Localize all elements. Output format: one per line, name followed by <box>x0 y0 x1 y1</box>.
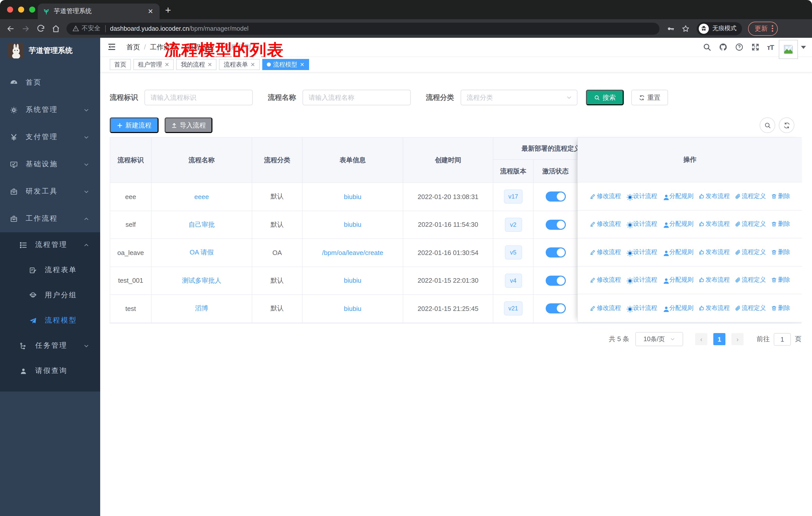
tag-close-icon[interactable]: ✕ <box>207 61 212 68</box>
tag-流程表单[interactable]: 流程表单✕ <box>219 59 260 70</box>
action-流程定义[interactable]: 流程定义 <box>735 192 766 200</box>
active-toggle[interactable] <box>546 248 566 258</box>
forward-icon[interactable] <box>21 24 30 33</box>
cell-name[interactable]: 滔博 <box>151 295 252 322</box>
zoom-window-button[interactable] <box>29 6 35 12</box>
action-流程定义[interactable]: 流程定义 <box>735 248 766 256</box>
action-流程定义[interactable]: 流程定义 <box>735 304 766 313</box>
action-修改流程[interactable]: 修改流程 <box>590 220 621 228</box>
tag-close-icon[interactable]: ✕ <box>165 61 169 68</box>
tag-我的流程[interactable]: 我的流程✕ <box>176 59 216 70</box>
tag-流程模型[interactable]: 流程模型✕ <box>262 59 309 70</box>
action-流程定义[interactable]: 流程定义 <box>735 220 766 228</box>
sidebar-item-用户分组[interactable]: 用户分组 <box>0 283 100 308</box>
active-toggle[interactable] <box>546 220 566 230</box>
action-发布流程[interactable]: 发布流程 <box>698 276 730 284</box>
sidebar-item-工作流程[interactable]: 工作流程 <box>0 205 100 232</box>
sidebar-item-流程表单[interactable]: 流程表单 <box>0 257 100 283</box>
github-icon[interactable] <box>719 43 727 51</box>
reset-button[interactable]: 重置 <box>631 90 668 105</box>
sidebar-item-基础设施[interactable]: 基础设施 <box>0 151 100 178</box>
active-toggle[interactable] <box>546 304 566 314</box>
sidebar-item-支付管理[interactable]: 支付管理 <box>0 124 100 151</box>
create-model-button[interactable]: 新建流程 <box>110 117 158 133</box>
cell-form[interactable]: biubiu <box>302 267 403 294</box>
page-number-button[interactable]: 1 <box>713 333 725 345</box>
sidebar-item-流程模型[interactable]: 流程模型 <box>0 308 100 333</box>
action-修改流程[interactable]: 修改流程 <box>590 248 621 256</box>
sidebar-item-请假查询[interactable]: 请假查询 <box>0 358 100 383</box>
action-设计流程[interactable]: 设计流程 <box>626 304 657 313</box>
update-button[interactable]: 更新 <box>748 21 778 35</box>
action-删除[interactable]: 删除 <box>771 192 790 200</box>
action-分配规则[interactable]: 分配规则 <box>662 192 693 200</box>
cell-form[interactable]: biubiu <box>302 295 403 322</box>
action-流程定义[interactable]: 流程定义 <box>735 276 766 284</box>
import-model-button[interactable]: 导入流程 <box>165 117 212 133</box>
goto-page-input[interactable]: 1 <box>774 333 791 346</box>
user-avatar[interactable] <box>779 40 798 59</box>
search-button[interactable]: 搜索 <box>586 90 624 105</box>
back-icon[interactable] <box>6 24 15 33</box>
fullscreen-icon[interactable] <box>751 43 759 51</box>
tag-close-icon[interactable]: ✕ <box>251 61 255 68</box>
action-修改流程[interactable]: 修改流程 <box>590 192 621 200</box>
new-tab-button[interactable]: + <box>165 5 171 15</box>
help-icon[interactable] <box>735 43 743 51</box>
cell-name[interactable]: 自己审批 <box>151 211 252 238</box>
action-删除[interactable]: 删除 <box>771 248 790 256</box>
avatar-dropdown-caret-icon[interactable] <box>801 46 806 49</box>
url-bar[interactable]: 不安全 dashboard.yudao.iocoder.cn/bpm/manag… <box>66 22 660 34</box>
tag-首页[interactable]: 首页 <box>110 59 131 70</box>
action-删除[interactable]: 删除 <box>771 220 790 228</box>
font-size-icon[interactable]: ᴛT <box>767 43 774 51</box>
action-分配规则[interactable]: 分配规则 <box>662 248 693 256</box>
action-修改流程[interactable]: 修改流程 <box>590 276 621 284</box>
action-分配规则[interactable]: 分配规则 <box>662 304 693 313</box>
action-设计流程[interactable]: 设计流程 <box>626 248 657 256</box>
next-page-button[interactable]: › <box>731 333 744 345</box>
prev-page-button[interactable]: ‹ <box>695 333 707 345</box>
cell-name[interactable]: eeee <box>151 183 252 210</box>
tab-close-icon[interactable]: ✕ <box>146 7 154 15</box>
sidebar-item-首页[interactable]: 首页 <box>0 69 100 96</box>
browser-tab[interactable]: 芋道管理系统 ✕ <box>38 3 160 19</box>
cell-name[interactable]: OA 请假 <box>151 239 252 266</box>
filter-input-流程名称[interactable]: 请输入流程名称 <box>302 90 411 105</box>
breadcrumb-item[interactable]: 首页 <box>126 43 140 52</box>
home-icon[interactable] <box>51 24 60 33</box>
category-select[interactable]: 流程分类 <box>461 90 577 105</box>
refresh-button[interactable] <box>779 117 794 133</box>
action-发布流程[interactable]: 发布流程 <box>698 220 730 228</box>
action-设计流程[interactable]: 设计流程 <box>626 192 657 200</box>
minimize-window-button[interactable] <box>18 6 24 12</box>
action-设计流程[interactable]: 设计流程 <box>626 276 657 284</box>
sidebar-item-系统管理[interactable]: 系统管理 <box>0 96 100 124</box>
bookmark-star-icon[interactable] <box>682 24 690 32</box>
action-修改流程[interactable]: 修改流程 <box>590 304 621 313</box>
show-search-button[interactable] <box>760 117 775 133</box>
action-发布流程[interactable]: 发布流程 <box>698 304 730 313</box>
page-size-select[interactable]: 10条/页 <box>635 332 683 346</box>
active-toggle[interactable] <box>546 276 566 286</box>
search-icon[interactable] <box>702 43 711 51</box>
sidebar-item-流程管理[interactable]: 流程管理 <box>0 232 100 257</box>
sidebar-logo[interactable]: 芋道管理系统 <box>0 38 100 63</box>
password-key-icon[interactable] <box>667 24 674 32</box>
close-window-button[interactable] <box>7 6 13 12</box>
tag-租户管理[interactable]: 租户管理✕ <box>134 59 174 70</box>
collapse-sidebar-icon[interactable] <box>107 42 116 51</box>
action-删除[interactable]: 删除 <box>771 276 790 284</box>
sidebar-item-研发工具[interactable]: 研发工具 <box>0 178 100 205</box>
action-删除[interactable]: 删除 <box>771 304 790 313</box>
action-分配规则[interactable]: 分配规则 <box>662 220 693 228</box>
cell-name[interactable]: 测试多审批人 <box>151 267 252 294</box>
action-分配规则[interactable]: 分配规则 <box>662 276 693 284</box>
active-toggle[interactable] <box>546 192 566 202</box>
cell-form[interactable]: biubiu <box>302 211 403 238</box>
filter-input-流程标识[interactable]: 请输入流程标识 <box>144 90 253 105</box>
action-设计流程[interactable]: 设计流程 <box>626 220 657 228</box>
action-发布流程[interactable]: 发布流程 <box>698 192 730 200</box>
browser-menu-icon[interactable] <box>772 24 773 33</box>
reload-icon[interactable] <box>36 24 45 33</box>
